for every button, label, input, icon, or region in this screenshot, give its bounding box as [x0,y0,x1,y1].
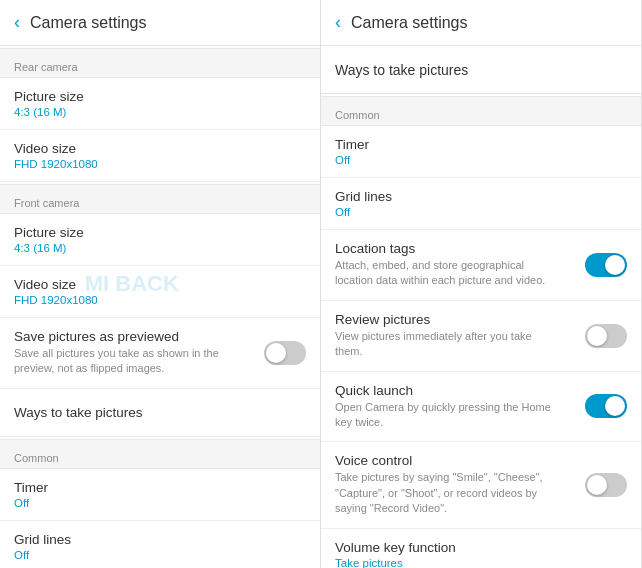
voice-control-title: Voice control [335,453,555,468]
list-item[interactable]: Picture size 4:3 (16 M) [0,214,320,266]
left-grid-title: Grid lines [14,532,71,547]
voice-control-item[interactable]: Voice control Take pictures by saying "S… [321,442,641,528]
left-header: ‹ Camera settings [0,0,320,46]
quick-launch-toggle[interactable] [585,394,627,418]
ways-title-row: Ways to take pictures [321,46,641,94]
right-panel-title: Camera settings [351,14,468,32]
voice-control-toggle[interactable] [585,473,627,497]
left-panel: ‹ Camera settings Rear camera Picture si… [0,0,321,568]
right-header: ‹ Camera settings [321,0,641,46]
volume-key-value: Take pictures [335,557,456,568]
front-camera-label: Front camera [0,184,320,214]
save-pictures-item[interactable]: Save pictures as previewed Save all pict… [0,318,320,389]
list-item[interactable]: Video size FHD 1920x1080 [0,266,320,318]
left-timer-title: Timer [14,480,48,495]
list-item[interactable]: Video size FHD 1920x1080 [0,130,320,182]
right-ways-title: Ways to take pictures [335,62,468,78]
toggle-knob [587,475,607,495]
right-common-label: Common [321,96,641,126]
right-timer-value: Off [335,154,369,166]
toggle-knob [605,255,625,275]
picture-size-value: 4:3 (16 M) [14,106,84,118]
voice-control-desc: Take pictures by saying "Smile", "Cheese… [335,470,555,516]
volume-key-title: Volume key function [335,540,456,555]
right-panel: ‹ Camera settings Ways to take pictures … [321,0,642,568]
list-item[interactable]: Grid lines Off [0,521,320,568]
left-back-button[interactable]: ‹ [14,12,20,33]
location-tags-title: Location tags [335,241,555,256]
list-item[interactable]: Timer Off [0,469,320,521]
save-pictures-desc: Save all pictures you take as shown in t… [14,346,234,377]
review-pictures-title: Review pictures [335,312,555,327]
save-pictures-title: Save pictures as previewed [14,329,234,344]
left-timer-value: Off [14,497,48,509]
review-pictures-desc: View pictures immediately after you take… [335,329,555,360]
video-size-value: FHD 1920x1080 [14,158,98,170]
review-pictures-item[interactable]: Review pictures View pictures immediatel… [321,301,641,372]
right-back-button[interactable]: ‹ [335,12,341,33]
toggle-knob [587,326,607,346]
quick-launch-item[interactable]: Quick launch Open Camera by quickly pres… [321,372,641,443]
review-pictures-toggle[interactable] [585,324,627,348]
toggle-knob [605,396,625,416]
location-tags-item[interactable]: Location tags Attach, embed, and store g… [321,230,641,301]
left-grid-value: Off [14,549,71,561]
front-video-size-value: FHD 1920x1080 [14,294,98,306]
right-grid-value: Off [335,206,392,218]
save-pictures-toggle[interactable] [264,341,306,365]
left-panel-title: Camera settings [30,14,147,32]
rear-camera-label: Rear camera [0,48,320,78]
location-tags-desc: Attach, embed, and store geographical lo… [335,258,555,289]
right-grid-title: Grid lines [335,189,392,204]
toggle-knob [266,343,286,363]
quick-launch-desc: Open Camera by quickly pressing the Home… [335,400,555,431]
left-common-label: Common [0,439,320,469]
location-tags-toggle[interactable] [585,253,627,277]
quick-launch-title: Quick launch [335,383,555,398]
front-picture-size-value: 4:3 (16 M) [14,242,84,254]
video-size-title: Video size [14,141,98,156]
front-picture-size-title: Picture size [14,225,84,240]
ways-to-take-item[interactable]: Ways to take pictures [0,389,320,437]
list-item[interactable]: Picture size 4:3 (16 M) [0,78,320,130]
right-timer-title: Timer [335,137,369,152]
volume-key-item[interactable]: Volume key function Take pictures [321,529,641,568]
ways-to-take-title: Ways to take pictures [14,405,143,420]
front-video-size-title: Video size [14,277,98,292]
list-item[interactable]: Grid lines Off [321,178,641,230]
picture-size-title: Picture size [14,89,84,104]
list-item[interactable]: Timer Off [321,126,641,178]
